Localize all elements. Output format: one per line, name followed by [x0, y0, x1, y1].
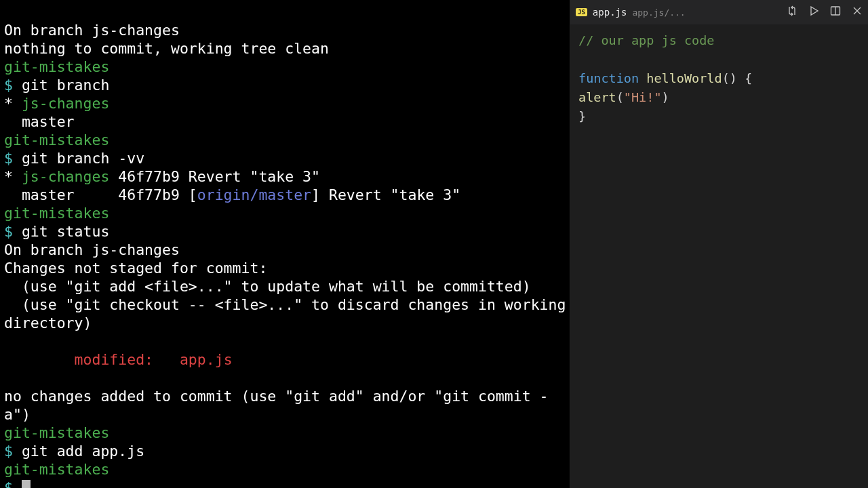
code-paren-close: ): [662, 90, 669, 104]
branch-other-indent: [4, 186, 22, 203]
status-hint-checkout: (use "git checkout -- <file>..." to disc…: [4, 296, 570, 331]
terminal-pane[interactable]: On branch js-changes nothing to commit, …: [0, 0, 570, 488]
svg-marker-0: [811, 7, 818, 15]
split-editor-icon[interactable]: [830, 5, 841, 19]
status-not-staged: Changes not staged for commit:: [4, 260, 267, 277]
vv-master-post: ] Revert "take 3": [311, 186, 460, 203]
prompt-symbol: $: [4, 150, 22, 167]
compare-changes-icon[interactable]: [787, 5, 797, 19]
branch-current-marker: *: [4, 95, 22, 112]
prompt-symbol: $: [4, 479, 22, 488]
tab-path: app.js/...: [632, 7, 685, 18]
code-function-name: helloWorld: [639, 71, 722, 85]
vv-master-pre: 46f77b9 [: [75, 186, 197, 203]
vv-current-rest: 46f77b9 Revert "take 3": [109, 168, 320, 185]
branch-current: js-changes: [22, 95, 109, 112]
code-call-alert: alert: [578, 90, 616, 104]
blank-line: [4, 369, 13, 386]
cmd-git-branch: git branch: [22, 77, 109, 94]
vv-branch-master: master: [22, 186, 75, 203]
prompt-symbol: $: [4, 223, 22, 240]
cmd-git-add: git add app.js: [22, 443, 144, 460]
status-clean: nothing to commit, working tree clean: [4, 40, 329, 57]
blank-line: [4, 333, 13, 350]
status-modified-file: app.js: [180, 351, 233, 368]
status-line: On branch js-changes: [4, 22, 180, 39]
code-keyword-function: function: [578, 71, 639, 85]
editor-title-actions: [787, 5, 863, 19]
prompt-symbol: $: [4, 443, 22, 460]
vv-branch-current: js-changes: [22, 168, 109, 185]
status-hint-add: (use "git add <file>..." to update what …: [4, 278, 531, 295]
branch-current-marker: *: [4, 168, 22, 185]
code-paren-open: (: [616, 90, 624, 104]
status-modified-label: modified:: [75, 351, 180, 368]
tab-filename: app.js: [593, 7, 627, 18]
path-label: git-mistakes: [4, 461, 109, 478]
path-label: git-mistakes: [4, 131, 109, 148]
editor-tab[interactable]: JS app.js app.js/...: [576, 7, 686, 18]
branch-other: master: [22, 113, 75, 130]
code-signature: () {: [722, 71, 753, 85]
editor-tabbar: JS app.js app.js/...: [570, 0, 868, 24]
vv-origin: origin/master: [197, 186, 311, 203]
run-icon[interactable]: [808, 5, 819, 19]
cmd-git-branch-vv: git branch -vv: [22, 150, 144, 167]
status-on-branch: On branch js-changes: [4, 241, 180, 258]
code-close-brace: }: [578, 109, 586, 123]
branch-other-indent: [4, 113, 22, 130]
close-icon[interactable]: [852, 5, 863, 19]
js-file-icon: JS: [576, 8, 587, 16]
prompt-symbol: $: [4, 77, 22, 94]
editor-pane: JS app.js app.js/...: [570, 0, 868, 488]
code-comment: // our app js code: [578, 33, 714, 47]
terminal-cursor: [22, 480, 31, 488]
status-no-changes: no changes added to commit (use "git add…: [4, 388, 549, 423]
path-label: git-mistakes: [4, 58, 109, 75]
path-label: git-mistakes: [4, 205, 109, 222]
code-string: "Hi!": [624, 90, 662, 104]
cmd-git-status: git status: [22, 223, 109, 240]
path-label: git-mistakes: [4, 424, 109, 441]
code-editor[interactable]: // our app js code function helloWorld()…: [570, 24, 868, 488]
